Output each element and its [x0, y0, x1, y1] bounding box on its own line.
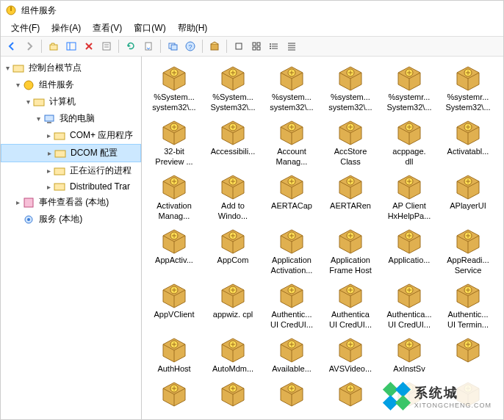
component-box-icon: [277, 378, 306, 408]
list-item[interactable]: AutoMdm...: [204, 334, 262, 374]
component-box-icon: [159, 280, 189, 309]
list-item[interactable]: Authentica...UI CredUI...: [380, 280, 439, 330]
list-item[interactable]: 32-bitPreview ...: [145, 117, 204, 167]
item-label-line1: %system...: [322, 92, 379, 102]
list-item[interactable]: AxInstSv: [380, 334, 439, 374]
list-item[interactable]: Applicatio...: [380, 225, 439, 275]
svg-point-25: [270, 46, 271, 47]
menu-window[interactable]: 窗口(W): [129, 21, 170, 36]
component-box-icon: [277, 62, 306, 92]
back-button[interactable]: [4, 38, 20, 54]
list-item[interactable]: AuthHost: [145, 334, 204, 374]
list-item[interactable]: [145, 378, 204, 408]
refresh-button[interactable]: [123, 38, 139, 54]
list-item[interactable]: %systemr...System32\...: [380, 62, 439, 112]
item-label-line1: AppCom: [204, 255, 262, 265]
item-label-line1: Authentica: [322, 309, 379, 319]
tree-com-apps[interactable]: ▸ COM+ 应用程序: [1, 127, 141, 144]
list-item[interactable]: Activatabl...: [439, 117, 497, 167]
component-icon-button[interactable]: [206, 38, 223, 54]
tree-computers[interactable]: ▾ 计算机: [1, 93, 141, 110]
menu-action[interactable]: 操作(A): [47, 21, 85, 36]
component-box-icon: [277, 171, 306, 200]
list-view[interactable]: %System...system32\...%System...System32…: [142, 57, 503, 419]
list-item[interactable]: Authentic...UI Termin...: [439, 280, 497, 330]
list-item[interactable]: [380, 378, 439, 408]
list-item[interactable]: ActivationManag...: [145, 171, 204, 221]
list-item[interactable]: %system...system32\...: [321, 62, 380, 112]
list-item[interactable]: [321, 378, 380, 408]
list-item[interactable]: AERTACap: [262, 171, 321, 221]
tree-dtc[interactable]: ▸ Distributed Trar: [1, 179, 141, 194]
component-box-icon: [395, 334, 424, 363]
list-item[interactable]: appwiz. cpl: [204, 280, 262, 330]
tree-component-services[interactable]: ▾ 组件服务: [1, 76, 141, 93]
view-large-icons-button[interactable]: [231, 38, 247, 54]
chevron-right-icon[interactable]: ▸: [43, 167, 54, 175]
chevron-down-icon[interactable]: ▾: [2, 64, 12, 72]
chevron-right-icon[interactable]: ▸: [43, 183, 54, 191]
list-item[interactable]: Accessibili...: [204, 117, 262, 167]
list-item[interactable]: %System...System32\...: [204, 62, 262, 112]
delete-button[interactable]: [81, 38, 97, 54]
svg-rect-15: [211, 44, 218, 50]
item-label-line1: Authentica...: [381, 309, 438, 319]
list-item[interactable]: APlayerUI: [439, 171, 497, 221]
list-item[interactable]: AERTARen: [321, 171, 380, 221]
list-item[interactable]: AP ClientHxHelpPa...: [380, 171, 439, 221]
list-item[interactable]: AppVClient: [145, 280, 204, 330]
list-item[interactable]: AVSVideo...: [321, 334, 380, 374]
list-item[interactable]: [439, 334, 497, 374]
list-item[interactable]: %system...system32\...: [262, 62, 321, 112]
list-item[interactable]: AppCom: [204, 225, 262, 275]
svg-rect-34: [45, 115, 54, 121]
chevron-right-icon[interactable]: ▸: [43, 131, 54, 140]
view-list-button[interactable]: [266, 38, 282, 54]
view-small-icons-button[interactable]: [248, 38, 264, 54]
list-item[interactable]: AppReadi...Service: [439, 225, 497, 275]
chevron-down-icon[interactable]: ▾: [23, 98, 33, 106]
tree-my-computer[interactable]: ▾ 我的电脑: [1, 110, 141, 127]
svg-rect-31: [13, 65, 24, 72]
export-button[interactable]: [140, 38, 156, 54]
menu-file[interactable]: 文件(F): [7, 21, 44, 36]
chevron-right-icon[interactable]: ▸: [44, 149, 54, 157]
tree-label: DCOM 配置: [69, 146, 119, 160]
list-item[interactable]: Add toWindo...: [204, 171, 262, 221]
show-hide-tree-button[interactable]: [63, 38, 79, 54]
tree-running-processes[interactable]: ▸ 正在运行的进程: [1, 162, 141, 179]
list-item[interactable]: [262, 378, 321, 408]
list-item[interactable]: ApplicationFrame Host: [321, 225, 380, 275]
menu-view[interactable]: 查看(V): [88, 21, 126, 36]
list-item[interactable]: AppActiv...: [145, 225, 204, 275]
chevron-down-icon[interactable]: ▾: [12, 81, 23, 89]
list-item[interactable]: AccStoreClass: [321, 117, 380, 167]
list-item[interactable]: %System...system32\...: [145, 62, 204, 112]
list-item[interactable]: AccountManag...: [262, 117, 321, 167]
svg-rect-16: [236, 43, 242, 49]
view-details-button[interactable]: [284, 38, 300, 54]
list-item[interactable]: Authentic...UI CredUI...: [262, 280, 321, 330]
chevron-right-icon[interactable]: ▸: [12, 198, 23, 206]
forward-button[interactable]: [21, 38, 37, 54]
list-item[interactable]: ApplicationActivation...: [262, 225, 321, 275]
list-item[interactable]: [204, 378, 262, 408]
menu-help[interactable]: 帮助(H): [173, 21, 212, 36]
tree-event-viewer[interactable]: ▸ 事件查看器 (本地): [1, 194, 141, 211]
list-item[interactable]: [439, 378, 497, 408]
list-item[interactable]: acppage.dll: [380, 117, 439, 167]
up-button[interactable]: [46, 38, 62, 54]
tree-dcom-config[interactable]: ▸ DCOM 配置: [1, 144, 141, 162]
help-button[interactable]: ?: [182, 38, 198, 54]
item-label-line2: UI CredUI...: [322, 319, 379, 330]
properties-button[interactable]: [98, 38, 115, 54]
tree-services[interactable]: 服务 (本地): [1, 211, 141, 228]
list-item[interactable]: %systemr...System32\...: [439, 62, 497, 112]
new-window-button[interactable]: [165, 38, 181, 54]
folder-icon: [54, 130, 65, 142]
list-item[interactable]: AuthenticaUI CredUI...: [321, 280, 380, 330]
chevron-down-icon[interactable]: ▾: [33, 115, 43, 123]
tree-panel[interactable]: ▾ 控制台根节点 ▾ 组件服务 ▾ 计算机 ▾ 我的电脑 ▸ COM+ 应用程序…: [1, 57, 142, 419]
tree-root[interactable]: ▾ 控制台根节点: [1, 59, 141, 76]
list-item[interactable]: Available...: [262, 334, 321, 374]
